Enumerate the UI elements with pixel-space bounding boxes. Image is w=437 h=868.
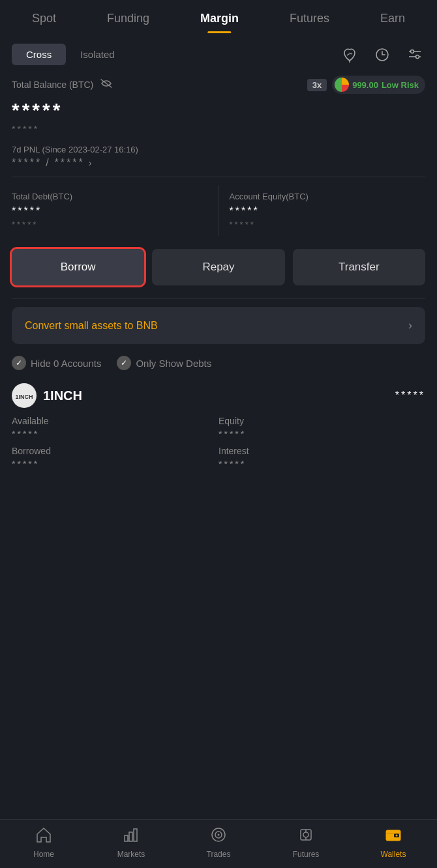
visibility-icon[interactable] xyxy=(100,78,113,91)
debt-value-sm: ***** xyxy=(12,220,208,229)
balance-secondary-value: ***** xyxy=(12,124,425,134)
asset-details-1inch: Available ***** Equity ***** Borrowed **… xyxy=(12,416,425,469)
balance-label: Total Balance (BTC) xyxy=(12,80,93,90)
equity-value-lg: ***** xyxy=(230,205,426,217)
svg-text:1INCH: 1INCH xyxy=(15,394,33,400)
tab-funding[interactable]: Funding xyxy=(107,12,149,33)
asset-balance-1inch: ***** xyxy=(395,390,425,401)
only-debts-label: Only Show Debts xyxy=(136,358,211,369)
pnl-chevron-icon[interactable]: › xyxy=(89,158,94,168)
nav-trades[interactable]: Trades xyxy=(175,826,262,859)
svg-point-5 xyxy=(416,55,419,58)
account-type-row: Cross Isolated xyxy=(12,44,425,65)
pnl-label: 7d PNL (Since 2023-02-27 16:16) xyxy=(12,145,425,154)
transfer-button[interactable]: Transfer xyxy=(293,249,425,285)
nav-wallets-label: Wallets xyxy=(381,850,406,859)
nav-trades-label: Trades xyxy=(207,850,231,859)
svg-rect-8 xyxy=(125,835,128,841)
filter-row: ✓ Hide 0 Accounts ✓ Only Show Debts xyxy=(12,356,425,370)
leverage-badge: 3x xyxy=(307,79,327,91)
asset-logo-1inch: 1INCH xyxy=(12,383,37,408)
convert-chevron-icon: › xyxy=(408,319,412,332)
bottom-navigation: Home Markets Trades xyxy=(0,819,437,868)
debt-label: Total Debt(BTC) xyxy=(12,192,208,201)
futures-nav-icon xyxy=(297,826,314,847)
equity-label: Account Equity(BTC) xyxy=(230,192,426,201)
history-icon[interactable] xyxy=(372,44,393,65)
equity-item: Equity ***** xyxy=(218,416,425,439)
equity-detail-value: ***** xyxy=(218,429,425,439)
markets-icon xyxy=(123,826,140,847)
isolated-button[interactable]: Isolated xyxy=(66,44,129,65)
borrowed-item: Borrowed ***** xyxy=(12,446,218,469)
svg-point-20 xyxy=(396,835,398,837)
borrowed-value: ***** xyxy=(12,459,218,469)
risk-circle-icon xyxy=(335,78,349,92)
risk-label: Low Risk xyxy=(382,80,419,90)
debt-column: Total Debt(BTC) ***** ***** xyxy=(12,185,219,236)
svg-point-3 xyxy=(411,50,414,53)
action-buttons: Borrow Repay Transfer xyxy=(12,249,425,285)
svg-rect-9 xyxy=(129,832,132,841)
svg-point-13 xyxy=(218,834,220,836)
hide-accounts-filter[interactable]: ✓ Hide 0 Accounts xyxy=(12,356,101,370)
trades-icon xyxy=(210,826,227,847)
equity-value-sm: ***** xyxy=(230,220,426,229)
risk-badge: 999.00 Low Risk xyxy=(332,76,425,94)
interest-label: Interest xyxy=(218,446,425,456)
balance-section: Total Balance (BTC) 3x 999.00 Low Risk xyxy=(12,76,425,169)
risk-value: 999.00 xyxy=(352,80,378,90)
pnl-value: ***** / ***** › xyxy=(12,157,425,169)
only-debts-filter[interactable]: ✓ Only Show Debts xyxy=(117,356,211,370)
nav-markets[interactable]: Markets xyxy=(87,826,175,859)
home-icon xyxy=(35,826,52,847)
borrowed-label: Borrowed xyxy=(12,446,218,456)
nav-wallets[interactable]: Wallets xyxy=(350,826,437,859)
equity-column: Account Equity(BTC) ***** ***** xyxy=(219,185,426,236)
nav-home[interactable]: Home xyxy=(0,826,87,859)
top-navigation: Spot Funding Margin Futures Earn xyxy=(0,0,437,33)
hide-accounts-check-icon: ✓ xyxy=(12,356,26,370)
convert-text: Convert small assets to BNB xyxy=(25,320,158,332)
debt-value-lg: ***** xyxy=(12,205,208,217)
tab-earn[interactable]: Earn xyxy=(380,12,405,33)
tab-futures[interactable]: Futures xyxy=(290,12,329,33)
interest-item: Interest ***** xyxy=(218,446,425,469)
debt-equity-row: Total Debt(BTC) ***** ***** Account Equi… xyxy=(12,185,425,236)
interest-value: ***** xyxy=(218,459,425,469)
repay-button[interactable]: Repay xyxy=(152,249,284,285)
tab-spot[interactable]: Spot xyxy=(32,12,56,33)
borrow-button[interactable]: Borrow xyxy=(12,249,144,285)
tab-margin[interactable]: Margin xyxy=(200,12,239,33)
asset-name-1inch: 1INCH xyxy=(43,388,82,403)
asset-item-1inch: 1INCH 1INCH ***** Available ***** Equity… xyxy=(12,383,425,469)
hide-accounts-label: Hide 0 Accounts xyxy=(31,358,101,369)
equity-detail-label: Equity xyxy=(218,416,425,426)
svg-point-15 xyxy=(303,832,309,837)
nav-home-label: Home xyxy=(33,850,54,859)
available-item: Available ***** xyxy=(12,416,218,439)
available-label: Available xyxy=(12,416,218,426)
available-value: ***** xyxy=(12,429,218,439)
nav-markets-label: Markets xyxy=(117,850,145,859)
plant-icon[interactable] xyxy=(339,44,360,65)
cross-button[interactable]: Cross xyxy=(12,44,66,65)
balance-main-value: ***** xyxy=(12,99,425,121)
nav-futures[interactable]: Futures xyxy=(262,826,350,859)
convert-banner[interactable]: Convert small assets to BNB › xyxy=(12,307,425,344)
nav-futures-label: Futures xyxy=(293,850,320,859)
svg-rect-10 xyxy=(134,829,137,841)
settings-icon[interactable] xyxy=(404,44,425,65)
only-debts-check-icon: ✓ xyxy=(117,356,131,370)
wallets-icon xyxy=(385,826,402,847)
